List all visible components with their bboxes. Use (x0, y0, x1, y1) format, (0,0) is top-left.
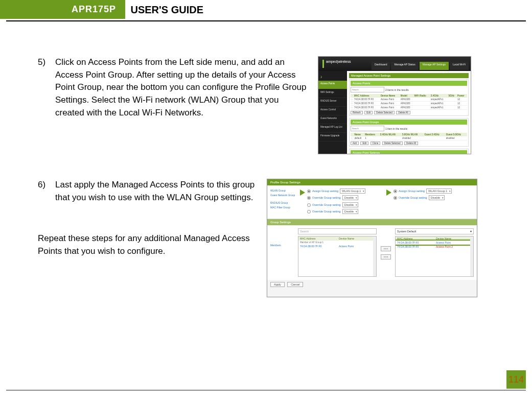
section-access-points: Access Points (351, 81, 467, 86)
page-content: 5) Click on Access Points from the Left … (38, 56, 495, 300)
members-search[interactable]: Search (298, 228, 377, 234)
edit-button[interactable]: Edit (364, 111, 373, 114)
step-6-text: Last apply the Managed Access Points to … (55, 179, 258, 204)
members-listbox[interactable]: MAC AddressDevice Name Member of AP Grou… (298, 236, 377, 277)
system-default-select[interactable]: System Default ▾ (395, 228, 474, 234)
ap-search-hint: 2 items in the results (385, 88, 409, 91)
section-ap-groups: Access Point Groups (351, 120, 467, 125)
groups-table: Name Members 2.4GHz WLAN 5.0GHz WLAN Gue… (351, 133, 467, 140)
screenshot-profile-group: Profile Group Settings WLAN Group Guest … (267, 179, 477, 297)
sidebar-item-firmware[interactable]: Firmware Upgrade (318, 133, 347, 141)
group-search-input[interactable] (351, 126, 384, 131)
step-5-text: Click on Access Points from the Left sid… (55, 56, 309, 119)
radio-assign[interactable] (307, 189, 311, 193)
radius-select[interactable]: Disable (342, 202, 358, 207)
table-row[interactable]: ○74:DA:38:00:7F:F0Access PointAPA1300amp… (351, 102, 467, 106)
delete-all-button[interactable]: Delete All (396, 111, 410, 114)
section-ap-settings: Access Point Settings (351, 150, 467, 154)
add-button[interactable]: Add (351, 141, 359, 145)
panel-title-bar: Managed Access Point Settings (349, 73, 469, 78)
step-6: 6) Last apply the Managed Access Points … (38, 179, 258, 204)
sidebar-item-radius[interactable]: RADIUS Server (318, 98, 347, 107)
guest-select-r[interactable]: Disable (429, 195, 445, 200)
step-5-row: 5) Click on Access Points from the Left … (38, 56, 495, 154)
step-5-number: 5) (38, 56, 55, 119)
ap-search-input[interactable] (351, 87, 384, 92)
arrow-icon (300, 189, 305, 196)
delete-all-button[interactable]: Delete All (404, 141, 418, 145)
doc-title: USER'S GUIDE (131, 4, 204, 16)
repeat-note: Repeat these steps for any additional Ma… (38, 232, 258, 257)
profile-group-title: Profile Group Settings (267, 179, 477, 185)
table-row[interactable]: ○74:DA:38:00:7F:F0Access PointAPA1300amp… (351, 106, 467, 110)
step-6-row: 6) Last apply the Managed Access Points … (38, 179, 495, 297)
group-search-hint: 1 item in the results (385, 127, 407, 130)
tab-dashboard[interactable]: Dashboard (372, 62, 390, 70)
sidebar-item-access-control[interactable]: Access Control (318, 107, 347, 115)
step-6-number: 6) (38, 179, 55, 204)
mac-select[interactable]: Disable (342, 209, 358, 214)
wlan-select-r[interactable]: WLAN Group 1 (426, 188, 452, 194)
refresh-button[interactable]: Refresh (351, 111, 363, 114)
header-rule (6, 20, 526, 21)
move-right-button[interactable]: >>> (381, 254, 391, 259)
clone-button[interactable]: Clone (371, 141, 381, 145)
edit-button[interactable]: Edit (360, 141, 368, 145)
available-listbox[interactable]: MAC AddressDevice Name 74:DA:38:00:7F:F0… (395, 236, 474, 277)
delete-selected-button[interactable]: Delete Selected (374, 111, 395, 114)
table-row[interactable]: ○74:DA:38:00:7F:F0Access PointAPA1300amp… (351, 98, 467, 102)
delete-selected-button[interactable]: Delete Selected (382, 141, 403, 145)
left-labels: WLAN Group Guest Network Group RADIUS Gr… (270, 188, 301, 216)
brand-logo: amped|wireless (322, 60, 358, 68)
radio-assign-r[interactable] (394, 189, 397, 193)
sidebar-collapse-icon[interactable]: › (318, 73, 347, 81)
footer-rule (6, 390, 526, 391)
move-left-button[interactable]: <<< (381, 246, 391, 251)
left-sidebar: › Access Points WiFi Settings RADIUS Ser… (318, 71, 347, 154)
table-row[interactable]: ○default1disableddisabled (351, 136, 467, 140)
scrollbar[interactable] (373, 236, 376, 276)
radio-radius[interactable] (307, 203, 311, 207)
step-5: 5) Click on Access Points from the Left … (38, 56, 309, 119)
sidebar-item-log[interactable]: Managed AP Log List (318, 124, 347, 133)
members-label: Members (270, 228, 294, 277)
sidebar-item-guest[interactable]: Guest Networks (318, 115, 347, 124)
group-settings-title: Group Settings (267, 219, 477, 225)
tab-manage-status[interactable]: Manage AP Status (391, 62, 418, 70)
guest-select[interactable]: Disable (342, 195, 358, 200)
radio-override[interactable] (307, 196, 311, 200)
ap-table: MAC Address Device Name Model WiFi Radio… (351, 94, 467, 110)
product-badge: APR175P (0, 0, 125, 19)
tab-local-wifi[interactable]: Local Wi-Fi (450, 62, 469, 70)
radio-override-r[interactable] (394, 196, 397, 200)
top-tabs: Dashboard Manage AP Status Manage AP Set… (372, 62, 469, 70)
radio-mac[interactable] (307, 210, 311, 213)
page-header: APR175P USER'S GUIDE (0, 0, 532, 19)
screenshot-ap-settings: amped|wireless Dashboard Manage AP Statu… (318, 56, 471, 154)
sidebar-item-access-points[interactable]: Access Points (318, 81, 347, 89)
page-number-badge: 114 (506, 370, 526, 389)
wlan-select[interactable]: WLAN Group 1 (340, 188, 365, 194)
arrow-icon (386, 189, 391, 196)
apply-button[interactable]: Apply (270, 282, 285, 287)
tab-manage-settings[interactable]: Manage AP Settings (420, 62, 449, 70)
cancel-button[interactable]: Cancel (287, 282, 303, 287)
sidebar-item-wifi[interactable]: WiFi Settings (318, 89, 347, 98)
main-panel: Managed Access Point Settings Access Poi… (347, 71, 471, 154)
scrollbar[interactable] (470, 236, 473, 276)
